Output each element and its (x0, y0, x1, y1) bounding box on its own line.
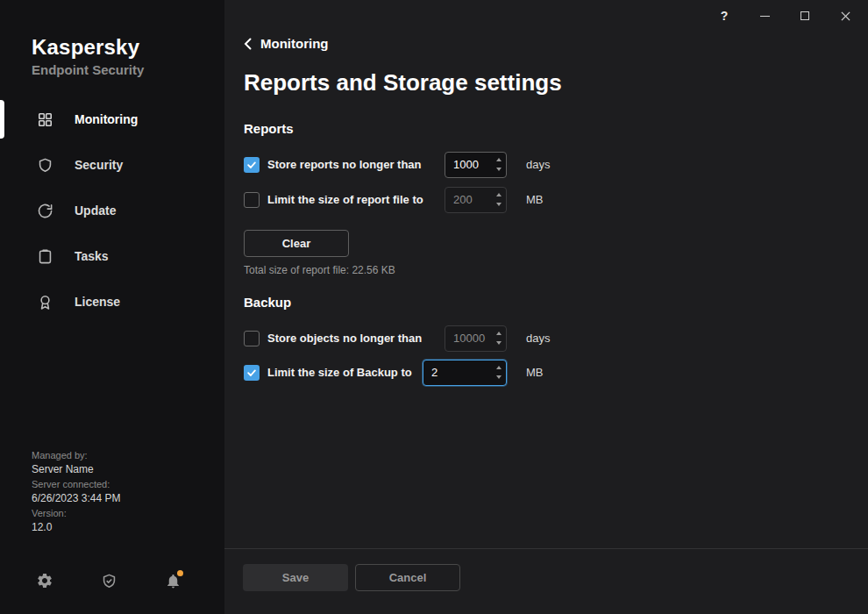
stepper-down-button[interactable] (492, 200, 506, 210)
sidebar-item-security[interactable]: Security (0, 142, 224, 188)
check-icon (246, 160, 257, 170)
stepper (492, 326, 506, 351)
footer-divider (224, 548, 868, 549)
sidebar-item-label: Tasks (75, 249, 109, 263)
store-reports-days-field (445, 152, 507, 178)
stepper-up-button[interactable] (492, 329, 506, 339)
security-shield-icon (36, 156, 53, 174)
stepper (492, 188, 506, 212)
sidebar-item-label: Security (75, 158, 123, 172)
backup-heading: Backup (244, 295, 291, 310)
check-icon (246, 368, 257, 378)
server-connected-value: 6/26/2023 3:44 PM (32, 491, 120, 505)
license-medal-icon (36, 293, 53, 311)
clear-button[interactable]: Clear (244, 230, 349, 257)
store-reports-days-input[interactable] (445, 153, 492, 177)
stepper-down-button[interactable] (492, 165, 506, 175)
sidebar-item-tasks[interactable]: Tasks (0, 233, 224, 279)
protection-shield-icon[interactable] (100, 572, 117, 589)
version-value: 12.0 (32, 520, 120, 534)
store-objects-checkbox[interactable] (244, 331, 260, 346)
maximize-icon (800, 11, 809, 20)
store-reports-label: Store reports no longer than (267, 158, 422, 171)
sidebar-nav: Monitoring Security Update (0, 96, 224, 325)
reports-heading: Reports (244, 121, 294, 136)
store-reports-row: Store reports no longer than days (244, 151, 550, 178)
minimize-button[interactable] (758, 9, 772, 23)
store-reports-unit: days (526, 158, 550, 171)
tasks-clipboard-icon (36, 247, 53, 265)
sidebar-item-label: License (75, 295, 120, 309)
limit-report-mb-input[interactable] (445, 188, 492, 212)
settings-gear-icon[interactable] (36, 572, 53, 589)
sidebar-actions (36, 572, 181, 589)
titlebar-controls: ? (717, 9, 852, 23)
store-objects-label: Store objects no longer than (267, 332, 422, 345)
save-button[interactable]: Save (243, 564, 348, 591)
total-size-text: Total size of report file: 22.56 KB (244, 264, 395, 276)
sidebar-item-monitoring[interactable]: Monitoring (0, 96, 224, 142)
brand-logo: Kaspersky Endpoint Security (32, 35, 144, 77)
stepper-down-button[interactable] (492, 339, 506, 348)
close-button[interactable] (838, 9, 852, 23)
brand-name: Kaspersky (32, 35, 144, 60)
limit-backup-mb-input[interactable] (423, 361, 492, 385)
stepper-up-button[interactable] (492, 155, 506, 165)
cancel-button[interactable]: Cancel (355, 564, 460, 591)
stepper-up-button[interactable] (492, 363, 506, 373)
sidebar-item-label: Monitoring (75, 112, 138, 126)
limit-report-mb-field (445, 187, 507, 213)
notification-dot (177, 570, 183, 576)
store-objects-row: Store objects no longer than days (244, 325, 550, 352)
managed-by-value: Server Name (32, 462, 120, 476)
version-label: Version: (32, 507, 120, 520)
limit-backup-mb-field (423, 360, 507, 386)
sidebar-item-update[interactable]: Update (0, 188, 224, 233)
stepper-down-button[interactable] (492, 373, 506, 382)
limit-report-unit: MB (526, 193, 544, 206)
stepper (492, 361, 506, 385)
limit-report-checkbox[interactable] (244, 192, 260, 208)
store-objects-days-input[interactable] (445, 326, 492, 351)
update-refresh-icon (36, 202, 53, 219)
limit-report-row: Limit the size of report file to MB (244, 186, 544, 213)
main-content: ? Monitoring Reports and Storage setting… (224, 0, 868, 614)
limit-backup-row: Limit the size of Backup to MB (244, 359, 544, 386)
sidebar: Kaspersky Endpoint Security Monitoring (0, 0, 224, 614)
maximize-button[interactable] (798, 9, 812, 23)
monitoring-grid-icon (36, 111, 53, 128)
managed-by-label: Managed by: (32, 449, 120, 462)
brand-product: Endpoint Security (32, 62, 144, 77)
limit-backup-checkbox[interactable] (244, 365, 260, 381)
stepper (492, 153, 506, 177)
stepper-up-button[interactable] (492, 190, 506, 200)
back-label: Monitoring (260, 36, 328, 51)
help-button[interactable]: ? (717, 9, 731, 23)
limit-backup-label: Limit the size of Backup to (267, 366, 412, 379)
store-objects-unit: days (526, 332, 550, 345)
chevron-left-icon (244, 38, 252, 50)
sidebar-item-label: Update (75, 203, 116, 218)
sidebar-item-license[interactable]: License (0, 279, 224, 325)
limit-report-label: Limit the size of report file to (267, 193, 423, 206)
notifications-bell-icon[interactable] (164, 572, 181, 589)
app-window: Kaspersky Endpoint Security Monitoring (0, 0, 868, 614)
page-title: Reports and Storage settings (244, 69, 562, 96)
minimize-icon (760, 16, 770, 17)
server-connected-label: Server connected: (32, 478, 120, 491)
limit-backup-unit: MB (526, 366, 544, 379)
store-reports-checkbox[interactable] (244, 157, 260, 173)
back-navigation[interactable]: Monitoring (244, 36, 328, 51)
store-objects-days-field (445, 325, 507, 352)
server-info: Managed by: Server Name Server connected… (32, 449, 120, 536)
